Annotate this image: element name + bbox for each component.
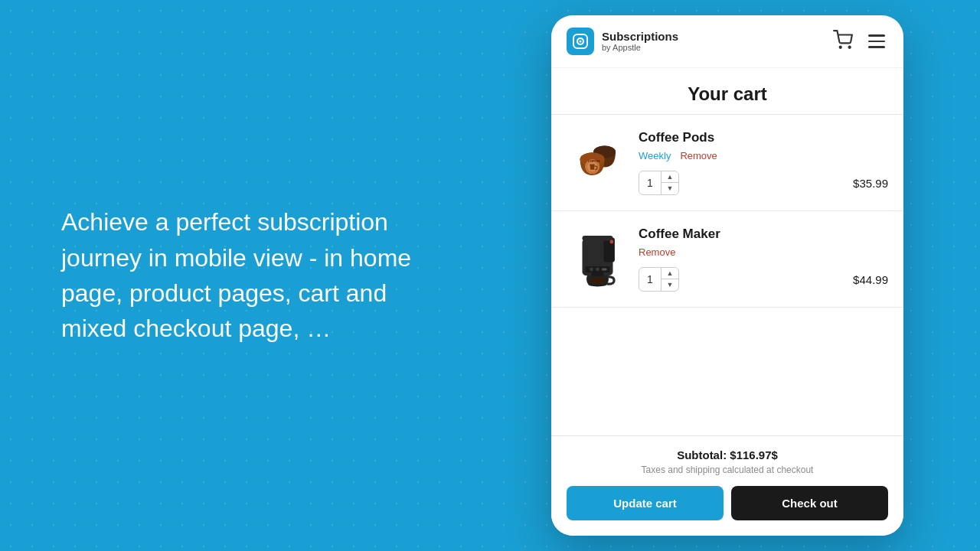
- logo-text-area: Subscriptions by Appstle: [602, 31, 678, 53]
- cart-title-section: Your cart: [551, 68, 903, 115]
- svg-point-16: [596, 268, 599, 272]
- right-panel: Subscriptions by Appstle: [475, 15, 980, 536]
- svg-point-20: [609, 240, 613, 244]
- coffee-maker-quantity-stepper[interactable]: 1 ▲ ▼: [639, 267, 679, 292]
- coffee-pods-quantity-stepper[interactable]: 1 ▲ ▼: [639, 171, 679, 195]
- svg-rect-17: [602, 268, 606, 270]
- coffee-pods-qty-arrows: ▲ ▼: [661, 171, 678, 194]
- cart-item-coffee-pods: COFFEE Coffee Pods Weekly Remove 1 ▲: [551, 115, 903, 211]
- update-cart-button[interactable]: Update cart: [567, 486, 724, 520]
- hero-text: Achieve a perfect subscription journey i…: [61, 204, 413, 347]
- cart-page-title: Your cart: [567, 83, 888, 105]
- logo-subtitle: by Appstle: [602, 43, 678, 52]
- svg-rect-18: [591, 272, 603, 276]
- hamburger-menu-button[interactable]: [865, 31, 888, 51]
- coffee-pods-qty-value: 1: [639, 177, 661, 189]
- logo-area: Subscriptions by Appstle: [567, 28, 678, 55]
- cart-item-coffee-maker: Coffee Maker Remove 1 ▲ ▼ $44.99: [551, 211, 903, 308]
- checkout-button[interactable]: Check out: [731, 486, 888, 520]
- phone-mockup: Subscriptions by Appstle: [551, 15, 903, 536]
- coffee-pods-remove-link[interactable]: Remove: [680, 150, 717, 161]
- svg-point-2: [580, 41, 582, 43]
- cart-items-list: COFFEE Coffee Pods Weekly Remove 1 ▲: [551, 115, 903, 435]
- hamburger-line-3: [868, 46, 885, 48]
- coffee-maker-name: Coffee Maker: [639, 227, 888, 242]
- left-panel: Achieve a perfect subscription journey i…: [0, 158, 475, 393]
- coffee-pods-image: COFFEE: [567, 130, 628, 191]
- coffee-pods-qty-down[interactable]: ▼: [662, 183, 678, 194]
- svg-point-15: [590, 268, 593, 272]
- coffee-maker-price: $44.99: [853, 273, 888, 286]
- cart-button[interactable]: [833, 30, 853, 53]
- coffee-pods-name: Coffee Pods: [639, 130, 888, 145]
- svg-rect-19: [582, 236, 612, 240]
- hamburger-line-1: [868, 34, 885, 37]
- coffee-maker-qty-value: 1: [639, 273, 661, 285]
- coffee-pods-actions: Weekly Remove: [639, 150, 888, 161]
- coffee-pods-qty-price: 1 ▲ ▼ $35.99: [639, 171, 888, 195]
- svg-text:COFFEE: COFFEE: [588, 159, 601, 163]
- coffee-maker-qty-price: 1 ▲ ▼ $44.99: [639, 267, 888, 292]
- app-logo-icon: [567, 28, 594, 55]
- coffee-pods-weekly-link[interactable]: Weekly: [639, 150, 671, 161]
- app-header: Subscriptions by Appstle: [551, 15, 903, 68]
- tax-note: Taxes and shipping calculated at checkou…: [567, 465, 888, 475]
- cart-footer: Subtotal: $116.97$ Taxes and shipping ca…: [551, 435, 903, 536]
- coffee-maker-actions: Remove: [639, 246, 888, 258]
- coffee-maker-qty-down[interactable]: ▼: [662, 279, 678, 291]
- subtotal-row: Subtotal: $116.97$: [567, 448, 888, 461]
- hamburger-line-2: [868, 41, 885, 43]
- coffee-maker-qty-up[interactable]: ▲: [662, 268, 678, 279]
- coffee-maker-remove-link[interactable]: Remove: [639, 246, 675, 258]
- coffee-pods-price: $35.99: [853, 177, 888, 190]
- header-icons: [833, 30, 888, 53]
- coffee-maker-image: [567, 227, 628, 288]
- cart-buttons: Update cart Check out: [567, 486, 888, 520]
- logo-title: Subscriptions: [602, 31, 678, 44]
- svg-point-4: [849, 47, 851, 48]
- coffee-pods-details: Coffee Pods Weekly Remove 1 ▲ ▼: [639, 130, 888, 195]
- svg-point-3: [840, 47, 841, 48]
- coffee-pods-qty-up[interactable]: ▲: [662, 171, 678, 183]
- coffee-maker-qty-arrows: ▲ ▼: [661, 268, 678, 291]
- coffee-maker-details: Coffee Maker Remove 1 ▲ ▼ $44.99: [639, 227, 888, 292]
